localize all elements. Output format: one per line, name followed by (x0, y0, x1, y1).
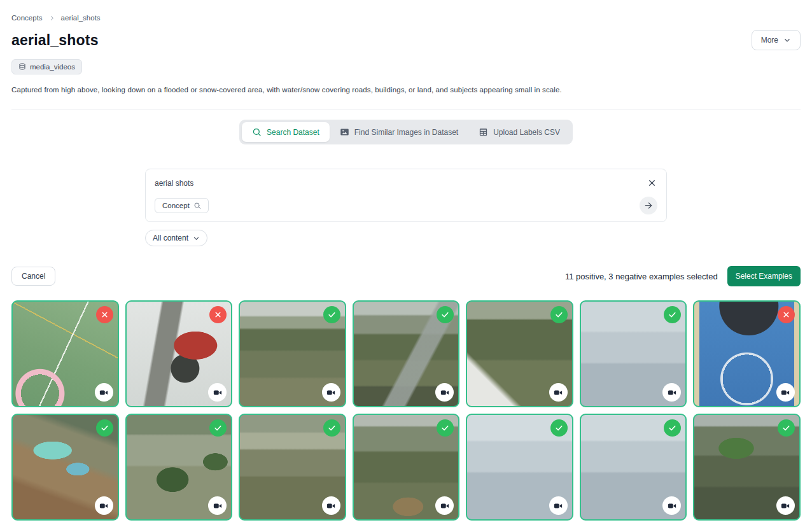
positive-badge[interactable] (664, 306, 681, 323)
breadcrumb-concepts[interactable]: Concepts (11, 14, 43, 22)
positive-badge[interactable] (96, 419, 113, 437)
check-icon (555, 424, 563, 432)
positive-badge[interactable] (323, 419, 340, 437)
clear-search-button[interactable] (647, 178, 657, 188)
close-icon (648, 179, 656, 187)
check-icon (668, 311, 676, 319)
example-tile[interactable] (239, 414, 346, 521)
positive-badge[interactable] (664, 419, 681, 437)
page-title: aerial_shots (11, 32, 99, 49)
negative-badge[interactable] (209, 306, 227, 323)
x-icon (782, 311, 790, 319)
example-tile[interactable] (353, 300, 460, 407)
check-icon (328, 424, 336, 432)
check-icon (328, 311, 336, 319)
video-icon (208, 496, 227, 515)
search-icon (193, 202, 201, 209)
video-icon (322, 496, 340, 515)
example-tile[interactable] (466, 414, 573, 521)
search-mode-tabs: Search Dataset Find Similar Images in Da… (239, 120, 573, 144)
positive-badge[interactable] (323, 306, 340, 323)
arrow-right-icon (644, 201, 653, 210)
table-icon (479, 127, 488, 137)
breadcrumb: Concepts aerial_shots (11, 0, 801, 22)
breadcrumb-current: aerial_shots (61, 14, 101, 22)
video-icon (435, 496, 454, 515)
chevron-down-icon (193, 235, 200, 242)
cancel-button[interactable]: Cancel (11, 267, 55, 286)
dataset-badge[interactable]: media_videos (11, 59, 82, 74)
content-filter-label: All content (153, 234, 188, 242)
example-tile[interactable] (466, 300, 573, 407)
x-icon (214, 311, 222, 319)
check-icon (101, 424, 109, 432)
video-icon (549, 383, 568, 402)
positive-badge[interactable] (209, 419, 227, 437)
tab-label: Search Dataset (267, 128, 319, 137)
example-tile[interactable] (239, 300, 346, 407)
x-icon (101, 311, 109, 319)
tab-find-similar-images[interactable]: Find Similar Images in Dataset (330, 122, 468, 142)
example-tile[interactable] (693, 414, 801, 521)
search-input[interactable] (155, 179, 647, 188)
video-icon (322, 383, 340, 402)
tab-upload-labels-csv[interactable]: Upload Labels CSV (468, 122, 570, 142)
video-icon (95, 496, 113, 515)
example-tile[interactable] (353, 414, 460, 521)
negative-badge[interactable] (778, 306, 795, 323)
video-icon (208, 383, 227, 402)
positive-badge[interactable] (437, 419, 454, 437)
video-icon (776, 496, 795, 515)
selection-status: 11 positive, 3 negative examples selecte… (565, 272, 718, 281)
tab-search-dataset[interactable]: Search Dataset (242, 122, 330, 142)
video-icon (435, 383, 454, 402)
chevron-down-icon (783, 36, 791, 44)
divider (11, 109, 801, 109)
video-icon (549, 496, 568, 515)
search-panel: Concept (145, 169, 667, 222)
example-tile[interactable] (11, 300, 119, 407)
positive-badge[interactable] (437, 306, 454, 323)
video-icon (662, 496, 681, 515)
check-icon (782, 424, 790, 432)
example-tile[interactable] (580, 414, 687, 521)
submit-search-button[interactable] (640, 197, 657, 214)
example-tile[interactable] (125, 414, 233, 521)
check-icon (441, 424, 449, 432)
video-icon (95, 383, 113, 402)
examples-grid (11, 300, 801, 521)
check-icon (441, 311, 449, 319)
positive-badge[interactable] (778, 419, 795, 437)
check-icon (214, 424, 222, 432)
positive-badge[interactable] (550, 306, 568, 323)
video-icon (776, 383, 795, 402)
search-icon (252, 127, 262, 137)
concept-chip-label: Concept (162, 202, 190, 209)
concept-mode-chip[interactable]: Concept (155, 198, 209, 213)
content-filter-dropdown[interactable]: All content (145, 230, 207, 246)
more-button[interactable]: More (752, 30, 801, 50)
positive-badge[interactable] (550, 419, 568, 437)
database-icon (18, 63, 26, 71)
image-icon (340, 127, 349, 137)
tab-label: Find Similar Images in Dataset (354, 128, 458, 137)
video-icon (662, 383, 681, 402)
example-tile[interactable] (693, 300, 801, 407)
select-examples-button[interactable]: Select Examples (727, 266, 801, 286)
dataset-badge-label: media_videos (30, 63, 75, 71)
example-tile[interactable] (125, 300, 233, 407)
example-tile[interactable] (580, 300, 687, 407)
example-tile[interactable] (11, 414, 119, 521)
check-icon (668, 424, 676, 432)
more-button-label: More (761, 36, 778, 45)
check-icon (555, 311, 563, 319)
concept-description: Captured from high above, looking down o… (11, 86, 801, 94)
tab-label: Upload Labels CSV (493, 128, 560, 137)
negative-badge[interactable] (96, 306, 113, 323)
chevron-right-icon (48, 15, 55, 22)
